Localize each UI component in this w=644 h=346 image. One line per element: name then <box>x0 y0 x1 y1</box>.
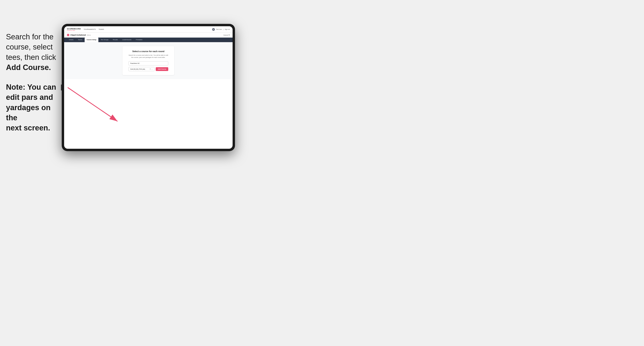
tee-select-row: Gold (M) (M) (7010 yds) ✕ ⌄ Add Course <box>128 67 168 71</box>
tab-teams[interactable]: Teams <box>76 38 84 42</box>
tee-select-dropdown[interactable]: Gold (M) (M) (7010 yds) ✕ ⌄ <box>128 67 154 71</box>
tournament-name: Clippd Invitational <box>70 34 86 36</box>
tab-tee-groups[interactable]: Tee Groups <box>99 38 110 42</box>
nav-teams[interactable]: TEAMS <box>98 28 104 30</box>
app-header: SCOREBOARD Powered by clippd TOURNAMENTS… <box>64 26 232 33</box>
header-right: R Test User | Sign out <box>212 28 230 31</box>
logo-sub: Powered by clippd <box>67 30 81 31</box>
tab-leaderboards[interactable]: Leaderboards <box>120 38 134 42</box>
annotation-note: Note: You can edit pars and yardages on … <box>6 82 62 133</box>
separator: | <box>223 29 224 30</box>
tournament-title: C Clippd Invitational (Men) <box>67 34 91 36</box>
annotation-area: Search for the course, select tees, then… <box>6 32 62 133</box>
course-search-input[interactable] <box>128 61 168 65</box>
tab-course-setup[interactable]: Course Setup <box>85 38 98 42</box>
nav-tournaments[interactable]: TOURNAMENTS <box>84 28 96 30</box>
tab-navigation: Details Teams Course Setup Tee Groups Re… <box>64 38 232 42</box>
power-button[interactable] <box>61 85 62 90</box>
tab-details[interactable]: Details <box>67 38 76 42</box>
user-label: Test User <box>216 29 222 30</box>
tee-select-value: Gold (M) (M) (7010 yds) <box>130 68 145 70</box>
main-content: Select a course for each round Search fo… <box>64 42 232 79</box>
sign-out-link[interactable]: Sign out <box>224 29 230 30</box>
cancel-label: Cancel <box>224 34 228 36</box>
header-left: SCOREBOARD Powered by clippd TOURNAMENTS… <box>67 28 104 31</box>
tournament-gender: (Men) <box>87 34 91 36</box>
chevron-icon: ⌄ <box>151 68 153 70</box>
user-avatar: R <box>212 28 215 31</box>
tab-results[interactable]: Results <box>111 38 120 42</box>
tournament-bar: C Clippd Invitational (Men) Cancel ✕ <box>64 33 232 38</box>
tablet-screen: SCOREBOARD Powered by clippd TOURNAMENTS… <box>64 26 232 149</box>
tab-printables[interactable]: Printables <box>134 38 144 42</box>
cancel-x-icon: ✕ <box>228 34 230 36</box>
tablet-device: SCOREBOARD Powered by clippd TOURNAMENTS… <box>62 24 235 151</box>
clear-icon[interactable]: ✕ <box>150 68 151 70</box>
course-card: Select a course for each round Search fo… <box>122 46 174 75</box>
logo-area: SCOREBOARD Powered by clippd <box>67 28 81 31</box>
tournament-logo: C <box>67 34 69 36</box>
card-subtitle: Search for a course and select a tee. Yo… <box>128 54 168 59</box>
card-title: Select a course for each round <box>128 50 168 52</box>
tee-select-controls: ✕ ⌄ <box>150 68 153 70</box>
add-course-button[interactable]: Add Course <box>156 67 168 71</box>
cancel-button[interactable]: Cancel ✕ <box>224 34 230 36</box>
annotation-text: Search for the course, select tees, then… <box>6 32 62 73</box>
logo-text: SCOREBOARD <box>67 28 81 30</box>
